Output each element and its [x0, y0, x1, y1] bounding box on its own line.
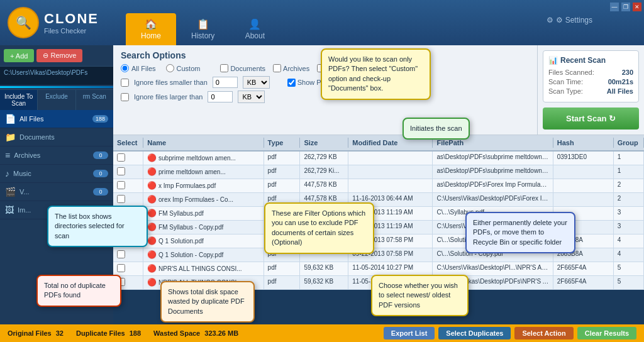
cell-modified: 11-16-2013 06:44 AM [348, 193, 433, 206]
tab-rm-scan[interactable]: rm Scan [76, 90, 113, 110]
pdf-icon: 🔴 [147, 181, 157, 190]
table-row: 🔴 orex Imp Formulaes - Co... pdf 447,578… [113, 193, 644, 207]
settings-button[interactable]: ⚙ ⚙ Settings [547, 16, 592, 25]
cell-select[interactable] [113, 179, 143, 192]
search-options-area: Search Options All Files Custom [113, 45, 537, 135]
cell-group: 3 [614, 221, 644, 234]
cell-type: pdf [264, 207, 301, 220]
cell-select[interactable] [113, 193, 143, 206]
ignore-larger-checkbox[interactable] [121, 93, 129, 101]
cell-select[interactable] [113, 276, 143, 289]
cell-group: 4 [614, 248, 644, 262]
sidebar-item-music[interactable]: ♪ Music 0 [0, 165, 113, 183]
pdf-icon: 🔴 [147, 264, 157, 273]
pdf-icon: 🔴 [147, 278, 157, 287]
cb-archives[interactable]: Archives [273, 64, 309, 72]
cell-type: pdf [264, 221, 301, 234]
cell-type: pdf [264, 193, 301, 206]
col-header-group: Group [614, 138, 644, 148]
cb-images[interactable]: Images [391, 64, 424, 72]
tab-home[interactable]: 🏠 Home [126, 13, 176, 45]
select-duplicates-button[interactable]: Select Duplicates [438, 327, 511, 339]
cell-group: 4 [614, 234, 644, 248]
export-list-button[interactable]: Export List [384, 327, 435, 339]
tab-about[interactable]: 👤 About [230, 13, 280, 45]
cell-select[interactable] [113, 262, 143, 275]
select-action-button[interactable]: Select Action [514, 327, 573, 339]
cell-group: 1 [614, 152, 644, 165]
remove-button[interactable]: ⊖ Remove [36, 49, 82, 62]
tab-exclude[interactable]: Exclude [38, 90, 75, 110]
cell-select[interactable] [113, 152, 143, 165]
cell-name: 🔴 FM Syllabus - Copy.pdf [143, 221, 264, 234]
filter-rows: Ignore files smaller than KBMB Show Prev… [121, 76, 530, 103]
cell-select[interactable] [113, 234, 143, 248]
history-icon: 📋 [197, 18, 209, 30]
cell-select[interactable] [113, 221, 143, 234]
show-preview-label[interactable]: Show Preview [287, 79, 341, 87]
add-button[interactable]: + Add [4, 49, 34, 62]
cell-type: pdf [264, 276, 301, 289]
cell-select[interactable] [113, 248, 143, 262]
cell-select[interactable] [113, 207, 143, 220]
table-row: 🔴 Q 1 Solution.pdf pdf 09-22-2013 07:58 … [113, 234, 644, 248]
col-header-modified: Modified Date [348, 138, 433, 148]
minimize-button[interactable]: — [610, 3, 619, 11]
close-button[interactable]: ✕ [633, 3, 641, 11]
show-preview-checkbox[interactable] [287, 79, 296, 87]
search-top: Search Options All Files Custom [113, 45, 644, 135]
sidebar-item-videos[interactable]: 🎬 V... 0 [0, 183, 113, 201]
cell-size: 262,729 KB [300, 152, 348, 165]
cell-filepath: C:\Users\Vikas\Desktop\PDFs\NPR'S ALL TH… [433, 276, 553, 289]
cell-modified: 08-29-2013 11:19 AM [348, 221, 433, 234]
ignore-smaller-checkbox[interactable] [121, 79, 129, 87]
cell-size: 262,729 Ki... [300, 165, 348, 179]
ignore-smaller-unit[interactable]: KBMB [243, 76, 270, 89]
bottom-actions: Export List Select Duplicates Select Act… [384, 327, 636, 339]
cell-size: 59,632 KB [300, 262, 348, 275]
sidebar-item-all-files[interactable]: 📄 All Files 188 [0, 110, 113, 128]
sidebar-items: 📄 All Files 188 📁 Documents ≡ Archives 0 [0, 110, 113, 324]
cell-modified: 11-05-2014 10:27 PM [348, 262, 433, 275]
radio-all-files[interactable]: All Files [121, 64, 156, 72]
logo-area: 🔍 CLONE Files Checker [0, 0, 113, 45]
archives-icon: ≡ [5, 150, 10, 160]
start-scan-button[interactable]: Start Scan ↻ [543, 108, 639, 130]
cell-filepath: C\...\Solution - Copy.pdf [433, 248, 553, 262]
ignore-larger-input[interactable] [208, 91, 233, 102]
cell-group: 1 [614, 165, 644, 179]
clear-results-button[interactable]: Clear Results [577, 327, 636, 339]
cb-documents[interactable]: Documents [220, 64, 265, 72]
images-icon: 🖼 [5, 205, 14, 215]
sidebar-item-documents[interactable]: 📁 Documents [0, 128, 113, 146]
scan-indicator [0, 86, 113, 88]
col-header-hash: Hash [553, 138, 614, 148]
recent-scan-type: Scan Type: All Files [548, 87, 633, 95]
cell-size: 219,282 KB [300, 207, 348, 220]
cb-music[interactable]: Music [317, 64, 345, 72]
cell-hash [553, 165, 614, 179]
documents-icon: 📁 [5, 132, 16, 142]
sidebar-item-archives[interactable]: ≡ Archives 0 [0, 146, 113, 165]
cb-videos[interactable]: Videos [353, 64, 384, 72]
radio-custom[interactable]: Custom [166, 64, 201, 72]
sidebar-item-images[interactable]: 🖼 Im... [0, 201, 113, 219]
tab-history[interactable]: 📋 History [176, 13, 230, 45]
cell-hash: 03913DE0 [553, 152, 614, 165]
app-header: 🔍 CLONE Files Checker 🏠 Home 📋 History 👤… [0, 0, 644, 45]
cell-filepath: C:\Users\Vikas\Desktop\PDFs\FM Syllabus … [433, 221, 553, 234]
cell-name: 🔴 subprime meltdown amen... [143, 152, 264, 165]
tab-include[interactable]: Include To Scan [0, 90, 38, 110]
cell-name: 🔴 NPR'S ALL THINGS CONSI... [143, 262, 264, 275]
table-row: 🔴 FM Syllabus.pdf pdf 219,282 KB 08-29-2… [113, 207, 644, 221]
cell-size: 59,632 KB [300, 276, 348, 289]
cell-filepath: C:\Users\Vikas\Desktop\Pl...\NPR'S ALL T… [433, 262, 553, 275]
cell-select[interactable] [113, 165, 143, 179]
ignore-larger-unit[interactable]: KBMB [238, 91, 265, 103]
ignore-smaller-input[interactable] [213, 77, 238, 88]
cell-hash: 2083B8A [553, 234, 614, 248]
maximize-button[interactable]: ❐ [621, 3, 630, 11]
table-row: 🔴 prime meltdown amen... pdf 262,729 Ki.… [113, 165, 644, 179]
table-area: Select Name Type Size Modified Date File… [113, 135, 644, 324]
cell-filepath: C\...\Syllabus.pdf [433, 207, 553, 220]
